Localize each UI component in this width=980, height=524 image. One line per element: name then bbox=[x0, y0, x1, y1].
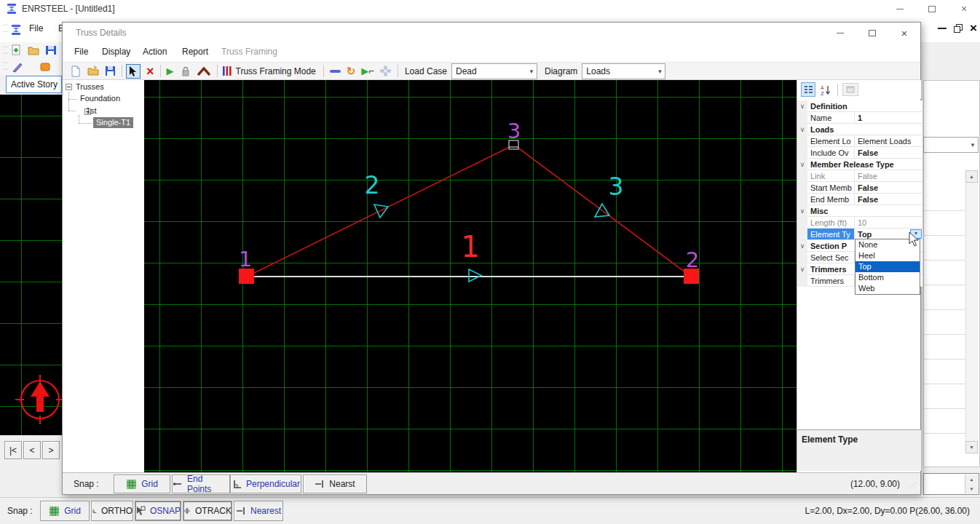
truss-minimize-button[interactable] bbox=[824, 23, 856, 43]
dropdown-option-heel[interactable]: Heel bbox=[855, 250, 920, 261]
mdi-restore-button[interactable] bbox=[954, 24, 963, 33]
main-menu-file[interactable]: File bbox=[23, 20, 49, 36]
node2-label: 2 bbox=[686, 247, 699, 272]
dropdown-option-bottom[interactable]: Bottom bbox=[855, 272, 920, 283]
right-panel-spinner[interactable]: ▲ ▼ bbox=[923, 473, 979, 495]
tree-item-1st[interactable]: 1st bbox=[86, 106, 97, 115]
tree-item-trusses[interactable]: Trusses bbox=[76, 82, 104, 91]
prop-category-definition[interactable]: ∨Definition bbox=[797, 100, 922, 112]
truss-menu-report[interactable]: Report bbox=[176, 44, 214, 60]
save-model-icon[interactable] bbox=[45, 45, 57, 55]
spinner-up-button[interactable]: ▲ bbox=[965, 475, 978, 484]
play-icon: ▶ bbox=[361, 66, 368, 76]
right-panel-combobox[interactable]: ▼ bbox=[923, 137, 979, 153]
list-item[interactable] bbox=[924, 261, 965, 285]
roof-arch-icon[interactable] bbox=[197, 67, 210, 76]
active-story-box[interactable]: Active Story bbox=[6, 76, 62, 93]
resize-grip[interactable]: ⋰ bbox=[909, 483, 916, 489]
right-panel-list[interactable] bbox=[924, 186, 965, 434]
snap-osnap-toggle[interactable]: OSNAP bbox=[135, 501, 181, 521]
open-model-icon[interactable] bbox=[28, 45, 39, 55]
list-item[interactable] bbox=[924, 236, 965, 261]
snap-otrack-toggle[interactable]: OTRACK bbox=[183, 501, 232, 521]
list-item[interactable] bbox=[924, 211, 965, 236]
list-item[interactable] bbox=[924, 310, 965, 335]
main-close-button[interactable]: × bbox=[948, 0, 980, 17]
framing-mode-label[interactable]: Truss Framing Mode bbox=[236, 66, 316, 76]
prop-value: Top bbox=[858, 230, 872, 239]
refresh-icon[interactable]: ↻ bbox=[347, 66, 356, 76]
main-maximize-button[interactable] bbox=[916, 0, 948, 17]
member-right-top-chord[interactable] bbox=[514, 145, 691, 277]
prop-row-element-loads[interactable]: Element LoElement Loads bbox=[797, 135, 922, 147]
snap-nearest-toggle[interactable]: Nearest bbox=[234, 501, 283, 521]
load-case-combobox[interactable]: Dead ▼ bbox=[451, 63, 537, 79]
draw-tool-icon[interactable] bbox=[12, 61, 23, 73]
prop-row-length[interactable]: Length (ft)10 bbox=[797, 217, 922, 229]
list-item[interactable] bbox=[924, 285, 965, 310]
save-truss-icon[interactable] bbox=[105, 66, 116, 76]
dropdown-option-top[interactable]: Top bbox=[855, 261, 920, 272]
list-item[interactable] bbox=[924, 360, 965, 384]
tree-item-single-t1[interactable]: Single-T1 bbox=[93, 117, 133, 128]
lock-icon[interactable] bbox=[181, 66, 190, 76]
prop-category-member-release[interactable]: ∨Member Release Type bbox=[797, 159, 922, 170]
spinner-down-button[interactable]: ▼ bbox=[965, 484, 978, 493]
diagram-value: Loads bbox=[586, 66, 610, 76]
prop-row-include-ov[interactable]: Include OvFalse bbox=[797, 147, 922, 159]
prop-category-misc[interactable]: ∨Misc bbox=[797, 205, 922, 217]
nav-first-button[interactable]: |< bbox=[4, 441, 22, 459]
select-tool-button[interactable] bbox=[126, 64, 141, 79]
truss-menu-file[interactable]: File bbox=[68, 44, 94, 60]
run-button[interactable]: ▶ bbox=[167, 66, 174, 76]
truss-close-button[interactable]: × bbox=[888, 23, 920, 43]
truss-snap-endpoints-button[interactable]: End Points bbox=[172, 475, 230, 493]
prop-row-start-memb[interactable]: Start MembFalse bbox=[797, 182, 922, 194]
truss-menu-display[interactable]: Display bbox=[96, 44, 136, 60]
list-item[interactable] bbox=[924, 384, 965, 409]
prop-row-end-memb[interactable]: End MembFalse bbox=[797, 194, 922, 205]
tree-collapse-trusses[interactable] bbox=[66, 84, 72, 90]
prop-row-link[interactable]: LinkFalse bbox=[797, 170, 922, 182]
brush-tool-icon[interactable] bbox=[39, 61, 51, 73]
toolbar-grip: ⋮⋮ bbox=[2, 44, 9, 57]
beam-tool-icon[interactable] bbox=[330, 70, 341, 73]
scroll-up-button[interactable]: ▲ bbox=[965, 170, 978, 183]
right-panel-scrollbar[interactable] bbox=[965, 183, 978, 441]
alphabetical-sort-button[interactable]: AZ bbox=[818, 82, 833, 97]
list-item[interactable] bbox=[924, 335, 965, 360]
truss-snap-nearest-button[interactable]: Nearst bbox=[303, 475, 367, 493]
nav-prev-button[interactable]: < bbox=[23, 441, 41, 459]
new-model-icon[interactable] bbox=[10, 44, 22, 56]
dropdown-option-web[interactable]: Web bbox=[855, 283, 920, 294]
framing-bars-icon[interactable] bbox=[223, 66, 232, 76]
snap-grid-toggle[interactable]: Grid bbox=[40, 501, 90, 521]
new-truss-icon[interactable] bbox=[70, 66, 82, 77]
delete-tool-button[interactable]: × bbox=[146, 66, 154, 76]
tree-item-foundation[interactable]: Foundation bbox=[80, 94, 120, 103]
prop-row-name[interactable]: Name1 bbox=[797, 112, 922, 124]
open-truss-icon[interactable] bbox=[87, 66, 99, 76]
list-item[interactable] bbox=[924, 186, 965, 211]
truss-drawing-canvas[interactable]: 1 2 3 1 2 3 bbox=[144, 80, 797, 472]
truss-menu-truss-framing[interactable]: Truss Framing bbox=[216, 44, 283, 60]
mdi-minimize-button[interactable] bbox=[938, 28, 947, 29]
mdi-close-button[interactable]: × bbox=[970, 24, 977, 33]
main-model-canvas[interactable] bbox=[0, 95, 62, 435]
categorized-view-button[interactable] bbox=[801, 82, 815, 97]
prop-category-loads[interactable]: ∨Loads bbox=[797, 124, 922, 135]
truss-menu-action[interactable]: Action bbox=[137, 44, 173, 60]
scroll-down-button[interactable]: ▼ bbox=[965, 441, 978, 453]
load-case-value: Dead bbox=[456, 66, 477, 76]
nav-next-button[interactable]: > bbox=[42, 441, 60, 459]
truss-maximize-button[interactable] bbox=[856, 23, 888, 43]
truss-snap-perpendicular-button[interactable]: Perpendicular bbox=[230, 475, 301, 493]
list-item[interactable] bbox=[924, 409, 965, 434]
main-minimize-button[interactable] bbox=[884, 0, 916, 17]
toolbar-grip: ⋮⋮ bbox=[2, 22, 9, 35]
snap-ortho-toggle[interactable]: ORTHO bbox=[91, 501, 133, 521]
diagram-combobox[interactable]: Loads ▼ bbox=[582, 63, 665, 79]
truss-snap-grid-button[interactable]: Grid bbox=[114, 475, 170, 493]
run-to-icon[interactable]: ▶⌐ bbox=[361, 66, 374, 76]
prop-value: False bbox=[855, 194, 922, 205]
